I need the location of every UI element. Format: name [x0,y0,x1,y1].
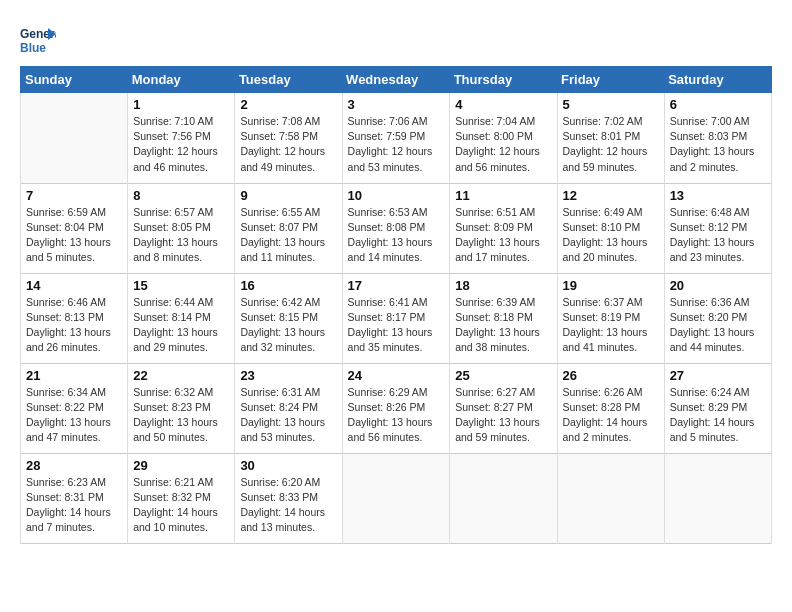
day-number: 11 [455,188,551,203]
header-day-sunday: Sunday [21,66,128,93]
day-number: 30 [240,458,336,473]
day-cell: 18Sunrise: 6:39 AMSunset: 8:18 PMDayligh… [450,273,557,363]
day-cell: 7Sunrise: 6:59 AMSunset: 8:04 PMDaylight… [21,183,128,273]
day-number: 5 [563,97,659,112]
day-cell: 10Sunrise: 6:53 AMSunset: 8:08 PMDayligh… [342,183,450,273]
day-number: 13 [670,188,766,203]
day-number: 4 [455,97,551,112]
day-info: Sunrise: 7:06 AMSunset: 7:59 PMDaylight:… [348,114,445,175]
day-number: 15 [133,278,229,293]
day-info: Sunrise: 7:04 AMSunset: 8:00 PMDaylight:… [455,114,551,175]
day-info: Sunrise: 6:41 AMSunset: 8:17 PMDaylight:… [348,295,445,356]
day-number: 24 [348,368,445,383]
day-number: 2 [240,97,336,112]
day-cell: 23Sunrise: 6:31 AMSunset: 8:24 PMDayligh… [235,363,342,453]
day-cell: 27Sunrise: 6:24 AMSunset: 8:29 PMDayligh… [664,363,771,453]
day-info: Sunrise: 6:37 AMSunset: 8:19 PMDaylight:… [563,295,659,356]
day-cell: 1Sunrise: 7:10 AMSunset: 7:56 PMDaylight… [128,93,235,183]
day-info: Sunrise: 6:34 AMSunset: 8:22 PMDaylight:… [26,385,122,446]
day-number: 7 [26,188,122,203]
day-number: 26 [563,368,659,383]
day-cell [557,453,664,543]
day-cell: 16Sunrise: 6:42 AMSunset: 8:15 PMDayligh… [235,273,342,363]
day-cell: 5Sunrise: 7:02 AMSunset: 8:01 PMDaylight… [557,93,664,183]
day-cell: 19Sunrise: 6:37 AMSunset: 8:19 PMDayligh… [557,273,664,363]
logo: General Blue [20,20,60,56]
day-number: 25 [455,368,551,383]
day-number: 12 [563,188,659,203]
day-info: Sunrise: 6:20 AMSunset: 8:33 PMDaylight:… [240,475,336,536]
day-info: Sunrise: 6:23 AMSunset: 8:31 PMDaylight:… [26,475,122,536]
day-info: Sunrise: 6:46 AMSunset: 8:13 PMDaylight:… [26,295,122,356]
header-day-monday: Monday [128,66,235,93]
day-cell: 3Sunrise: 7:06 AMSunset: 7:59 PMDaylight… [342,93,450,183]
day-cell [664,453,771,543]
day-info: Sunrise: 6:51 AMSunset: 8:09 PMDaylight:… [455,205,551,266]
day-info: Sunrise: 6:24 AMSunset: 8:29 PMDaylight:… [670,385,766,446]
day-info: Sunrise: 6:26 AMSunset: 8:28 PMDaylight:… [563,385,659,446]
day-number: 29 [133,458,229,473]
day-info: Sunrise: 7:08 AMSunset: 7:58 PMDaylight:… [240,114,336,175]
day-cell: 26Sunrise: 6:26 AMSunset: 8:28 PMDayligh… [557,363,664,453]
day-number: 28 [26,458,122,473]
day-cell [21,93,128,183]
header-day-saturday: Saturday [664,66,771,93]
day-cell: 22Sunrise: 6:32 AMSunset: 8:23 PMDayligh… [128,363,235,453]
day-info: Sunrise: 6:42 AMSunset: 8:15 PMDaylight:… [240,295,336,356]
day-info: Sunrise: 6:55 AMSunset: 8:07 PMDaylight:… [240,205,336,266]
header-row: SundayMondayTuesdayWednesdayThursdayFrid… [21,66,772,93]
day-info: Sunrise: 6:32 AMSunset: 8:23 PMDaylight:… [133,385,229,446]
day-info: Sunrise: 6:29 AMSunset: 8:26 PMDaylight:… [348,385,445,446]
day-info: Sunrise: 7:10 AMSunset: 7:56 PMDaylight:… [133,114,229,175]
day-info: Sunrise: 6:31 AMSunset: 8:24 PMDaylight:… [240,385,336,446]
day-cell: 14Sunrise: 6:46 AMSunset: 8:13 PMDayligh… [21,273,128,363]
svg-text:Blue: Blue [20,41,46,55]
day-number: 10 [348,188,445,203]
day-info: Sunrise: 7:00 AMSunset: 8:03 PMDaylight:… [670,114,766,175]
day-info: Sunrise: 6:49 AMSunset: 8:10 PMDaylight:… [563,205,659,266]
day-cell: 6Sunrise: 7:00 AMSunset: 8:03 PMDaylight… [664,93,771,183]
day-number: 3 [348,97,445,112]
day-info: Sunrise: 6:36 AMSunset: 8:20 PMDaylight:… [670,295,766,356]
header-day-wednesday: Wednesday [342,66,450,93]
page-header: General Blue [20,20,772,56]
day-info: Sunrise: 6:59 AMSunset: 8:04 PMDaylight:… [26,205,122,266]
day-info: Sunrise: 6:21 AMSunset: 8:32 PMDaylight:… [133,475,229,536]
day-number: 20 [670,278,766,293]
calendar-table: SundayMondayTuesdayWednesdayThursdayFrid… [20,66,772,544]
day-cell: 28Sunrise: 6:23 AMSunset: 8:31 PMDayligh… [21,453,128,543]
day-number: 1 [133,97,229,112]
day-number: 18 [455,278,551,293]
day-cell: 11Sunrise: 6:51 AMSunset: 8:09 PMDayligh… [450,183,557,273]
day-cell: 2Sunrise: 7:08 AMSunset: 7:58 PMDaylight… [235,93,342,183]
day-cell: 29Sunrise: 6:21 AMSunset: 8:32 PMDayligh… [128,453,235,543]
day-info: Sunrise: 6:27 AMSunset: 8:27 PMDaylight:… [455,385,551,446]
day-cell: 20Sunrise: 6:36 AMSunset: 8:20 PMDayligh… [664,273,771,363]
day-number: 8 [133,188,229,203]
day-number: 21 [26,368,122,383]
day-cell: 24Sunrise: 6:29 AMSunset: 8:26 PMDayligh… [342,363,450,453]
day-cell: 9Sunrise: 6:55 AMSunset: 8:07 PMDaylight… [235,183,342,273]
day-number: 23 [240,368,336,383]
day-number: 14 [26,278,122,293]
logo-icon: General Blue [20,20,56,56]
day-number: 19 [563,278,659,293]
day-cell: 12Sunrise: 6:49 AMSunset: 8:10 PMDayligh… [557,183,664,273]
week-row-3: 14Sunrise: 6:46 AMSunset: 8:13 PMDayligh… [21,273,772,363]
day-cell: 17Sunrise: 6:41 AMSunset: 8:17 PMDayligh… [342,273,450,363]
day-info: Sunrise: 6:53 AMSunset: 8:08 PMDaylight:… [348,205,445,266]
week-row-5: 28Sunrise: 6:23 AMSunset: 8:31 PMDayligh… [21,453,772,543]
header-day-thursday: Thursday [450,66,557,93]
day-cell: 21Sunrise: 6:34 AMSunset: 8:22 PMDayligh… [21,363,128,453]
day-cell: 15Sunrise: 6:44 AMSunset: 8:14 PMDayligh… [128,273,235,363]
day-info: Sunrise: 6:39 AMSunset: 8:18 PMDaylight:… [455,295,551,356]
day-cell [342,453,450,543]
day-cell: 13Sunrise: 6:48 AMSunset: 8:12 PMDayligh… [664,183,771,273]
day-number: 6 [670,97,766,112]
week-row-2: 7Sunrise: 6:59 AMSunset: 8:04 PMDaylight… [21,183,772,273]
day-cell: 4Sunrise: 7:04 AMSunset: 8:00 PMDaylight… [450,93,557,183]
header-day-tuesday: Tuesday [235,66,342,93]
day-number: 16 [240,278,336,293]
day-number: 17 [348,278,445,293]
day-cell: 8Sunrise: 6:57 AMSunset: 8:05 PMDaylight… [128,183,235,273]
